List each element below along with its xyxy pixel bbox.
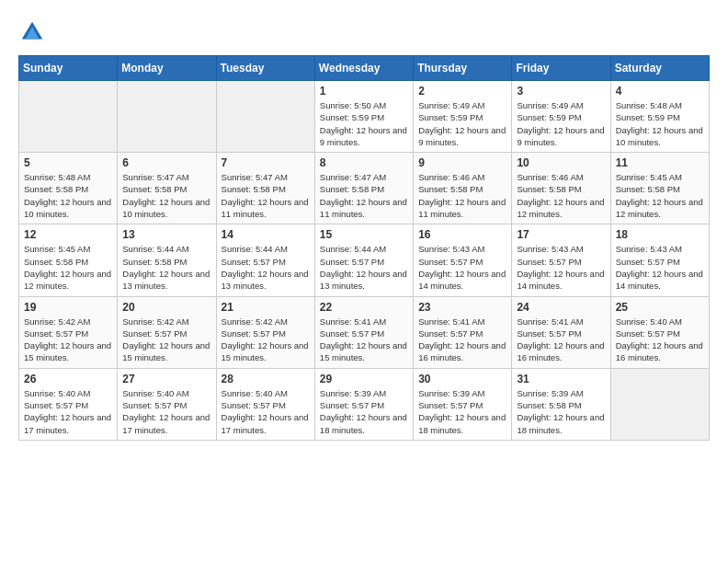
calendar-header-tuesday: Tuesday	[216, 56, 314, 81]
calendar-cell: 11Sunrise: 5:45 AMSunset: 5:58 PMDayligh…	[610, 153, 709, 224]
day-info: Sunrise: 5:40 AMSunset: 5:57 PMDaylight:…	[24, 387, 112, 436]
day-number: 21	[222, 301, 310, 314]
day-number: 3	[517, 85, 605, 98]
calendar-cell: 5Sunrise: 5:48 AMSunset: 5:58 PMDaylight…	[19, 153, 118, 224]
day-number: 10	[517, 156, 605, 169]
calendar-week-row: 19Sunrise: 5:42 AMSunset: 5:57 PMDayligh…	[19, 296, 710, 368]
day-number: 4	[616, 85, 704, 98]
day-number: 7	[222, 156, 310, 169]
calendar-cell: 6Sunrise: 5:47 AMSunset: 5:58 PMDaylight…	[118, 153, 216, 224]
day-info: Sunrise: 5:41 AMSunset: 5:57 PMDaylight:…	[320, 316, 408, 364]
calendar-cell: 4Sunrise: 5:48 AMSunset: 5:59 PMDaylight…	[610, 81, 709, 153]
day-info: Sunrise: 5:43 AMSunset: 5:57 PMDaylight:…	[418, 243, 506, 292]
day-number: 18	[616, 228, 704, 241]
calendar-cell: 9Sunrise: 5:46 AMSunset: 5:58 PMDaylight…	[414, 153, 512, 224]
day-info: Sunrise: 5:44 AMSunset: 5:57 PMDaylight:…	[320, 243, 408, 292]
calendar-cell: 26Sunrise: 5:40 AMSunset: 5:57 PMDayligh…	[19, 368, 118, 440]
calendar-cell	[118, 81, 216, 153]
day-info: Sunrise: 5:42 AMSunset: 5:57 PMDaylight:…	[24, 316, 112, 364]
day-number: 26	[24, 373, 112, 385]
day-info: Sunrise: 5:40 AMSunset: 5:57 PMDaylight:…	[222, 387, 310, 436]
calendar-cell: 14Sunrise: 5:44 AMSunset: 5:57 PMDayligh…	[216, 224, 314, 296]
calendar-cell: 29Sunrise: 5:39 AMSunset: 5:57 PMDayligh…	[314, 368, 413, 440]
calendar-cell: 2Sunrise: 5:49 AMSunset: 5:59 PMDaylight…	[414, 81, 512, 153]
calendar-cell: 10Sunrise: 5:46 AMSunset: 5:58 PMDayligh…	[512, 153, 610, 224]
day-number: 15	[320, 228, 408, 241]
calendar-header-saturday: Saturday	[610, 56, 709, 81]
day-number: 19	[24, 301, 112, 314]
day-number: 30	[418, 373, 506, 385]
calendar-cell: 12Sunrise: 5:45 AMSunset: 5:58 PMDayligh…	[19, 224, 118, 296]
day-number: 6	[122, 156, 210, 169]
calendar-cell: 25Sunrise: 5:40 AMSunset: 5:57 PMDayligh…	[610, 296, 709, 368]
day-info: Sunrise: 5:46 AMSunset: 5:58 PMDaylight:…	[517, 171, 605, 220]
calendar-week-row: 12Sunrise: 5:45 AMSunset: 5:58 PMDayligh…	[19, 224, 710, 296]
calendar-cell: 3Sunrise: 5:49 AMSunset: 5:59 PMDaylight…	[512, 81, 610, 153]
day-info: Sunrise: 5:50 AMSunset: 5:59 PMDaylight:…	[320, 99, 408, 148]
day-info: Sunrise: 5:44 AMSunset: 5:57 PMDaylight:…	[222, 243, 310, 292]
day-number: 27	[122, 373, 210, 385]
day-number: 25	[616, 301, 704, 314]
calendar-cell	[216, 81, 314, 153]
day-info: Sunrise: 5:39 AMSunset: 5:58 PMDaylight:…	[517, 387, 605, 436]
day-info: Sunrise: 5:48 AMSunset: 5:58 PMDaylight:…	[24, 171, 112, 220]
calendar-header-monday: Monday	[118, 56, 216, 81]
calendar-cell: 18Sunrise: 5:43 AMSunset: 5:57 PMDayligh…	[610, 224, 709, 296]
calendar-header-wednesday: Wednesday	[314, 56, 413, 81]
calendar-cell: 20Sunrise: 5:42 AMSunset: 5:57 PMDayligh…	[118, 296, 216, 368]
calendar-cell: 17Sunrise: 5:43 AMSunset: 5:57 PMDayligh…	[512, 224, 610, 296]
calendar-cell	[610, 368, 709, 440]
calendar-cell: 13Sunrise: 5:44 AMSunset: 5:58 PMDayligh…	[118, 224, 216, 296]
calendar-cell: 7Sunrise: 5:47 AMSunset: 5:58 PMDaylight…	[216, 153, 314, 224]
day-info: Sunrise: 5:42 AMSunset: 5:57 PMDaylight:…	[222, 316, 310, 364]
day-info: Sunrise: 5:44 AMSunset: 5:58 PMDaylight:…	[122, 243, 210, 292]
day-info: Sunrise: 5:41 AMSunset: 5:57 PMDaylight:…	[517, 316, 605, 364]
day-info: Sunrise: 5:49 AMSunset: 5:59 PMDaylight:…	[517, 99, 605, 148]
calendar-cell: 22Sunrise: 5:41 AMSunset: 5:57 PMDayligh…	[314, 296, 413, 368]
calendar-cell: 1Sunrise: 5:50 AMSunset: 5:59 PMDaylight…	[314, 81, 413, 153]
calendar-week-row: 5Sunrise: 5:48 AMSunset: 5:58 PMDaylight…	[19, 153, 710, 224]
day-number: 22	[320, 301, 408, 314]
day-number: 23	[418, 301, 506, 314]
day-info: Sunrise: 5:42 AMSunset: 5:57 PMDaylight:…	[122, 316, 210, 364]
day-number: 12	[24, 228, 112, 241]
day-number: 16	[418, 228, 506, 241]
calendar-cell: 23Sunrise: 5:41 AMSunset: 5:57 PMDayligh…	[414, 296, 512, 368]
day-number: 17	[517, 228, 605, 241]
calendar-cell: 21Sunrise: 5:42 AMSunset: 5:57 PMDayligh…	[216, 296, 314, 368]
day-info: Sunrise: 5:49 AMSunset: 5:59 PMDaylight:…	[418, 99, 506, 148]
calendar-cell: 24Sunrise: 5:41 AMSunset: 5:57 PMDayligh…	[512, 296, 610, 368]
day-number: 28	[222, 373, 310, 385]
day-number: 8	[320, 156, 408, 169]
calendar-cell: 19Sunrise: 5:42 AMSunset: 5:57 PMDayligh…	[19, 296, 118, 368]
day-info: Sunrise: 5:48 AMSunset: 5:59 PMDaylight:…	[616, 99, 704, 148]
calendar-cell: 15Sunrise: 5:44 AMSunset: 5:57 PMDayligh…	[314, 224, 413, 296]
calendar-cell: 8Sunrise: 5:47 AMSunset: 5:58 PMDaylight…	[314, 153, 413, 224]
logo	[18, 18, 50, 46]
day-number: 29	[320, 373, 408, 385]
calendar-cell: 28Sunrise: 5:40 AMSunset: 5:57 PMDayligh…	[216, 368, 314, 440]
day-number: 9	[418, 156, 506, 169]
day-number: 5	[24, 156, 112, 169]
logo-icon	[18, 18, 46, 46]
day-info: Sunrise: 5:46 AMSunset: 5:58 PMDaylight:…	[418, 171, 506, 220]
calendar-header-row: SundayMondayTuesdayWednesdayThursdayFrid…	[19, 56, 710, 81]
calendar-week-row: 26Sunrise: 5:40 AMSunset: 5:57 PMDayligh…	[19, 368, 710, 440]
calendar-header-sunday: Sunday	[19, 56, 118, 81]
day-info: Sunrise: 5:47 AMSunset: 5:58 PMDaylight:…	[122, 171, 210, 220]
day-number: 20	[122, 301, 210, 314]
calendar-cell: 31Sunrise: 5:39 AMSunset: 5:58 PMDayligh…	[512, 368, 610, 440]
day-info: Sunrise: 5:40 AMSunset: 5:57 PMDaylight:…	[616, 316, 704, 364]
day-number: 11	[616, 156, 704, 169]
day-info: Sunrise: 5:40 AMSunset: 5:57 PMDaylight:…	[122, 387, 210, 436]
calendar-table: SundayMondayTuesdayWednesdayThursdayFrid…	[18, 55, 710, 441]
day-info: Sunrise: 5:43 AMSunset: 5:57 PMDaylight:…	[616, 243, 704, 292]
calendar-header-friday: Friday	[512, 56, 610, 81]
day-info: Sunrise: 5:41 AMSunset: 5:57 PMDaylight:…	[418, 316, 506, 364]
page-header	[18, 18, 710, 46]
day-info: Sunrise: 5:47 AMSunset: 5:58 PMDaylight:…	[222, 171, 310, 220]
calendar-cell	[19, 81, 118, 153]
day-info: Sunrise: 5:43 AMSunset: 5:57 PMDaylight:…	[517, 243, 605, 292]
calendar-cell: 16Sunrise: 5:43 AMSunset: 5:57 PMDayligh…	[414, 224, 512, 296]
day-info: Sunrise: 5:45 AMSunset: 5:58 PMDaylight:…	[616, 171, 704, 220]
